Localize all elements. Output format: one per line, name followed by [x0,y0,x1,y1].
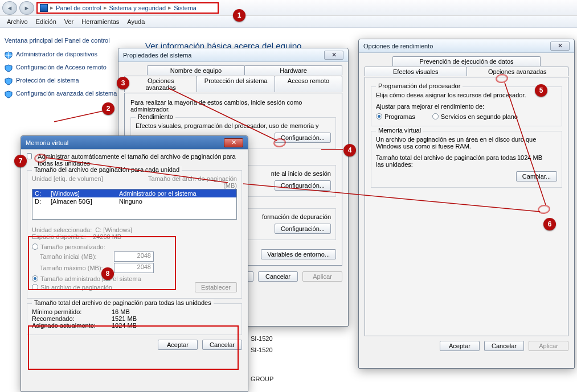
cell: Ninguno [119,198,234,205]
shield-icon [5,90,13,98]
sched-desc: Elija cómo desea asignar los recursos de… [376,92,557,98]
menu-help[interactable]: Ayuda [127,18,145,25]
sched-adjust-label: Ajustar para mejorar el rendimiento de: [376,103,557,110]
sidebar-item-device-manager[interactable]: Administrador de dispositivos [5,51,118,59]
ok-button[interactable]: Aceptar [440,341,480,351]
breadcrumb-item[interactable]: Sistema [174,5,197,11]
profiles-settings-button[interactable]: Configuración... [275,180,331,191]
close-icon[interactable]: ✕ [324,51,343,60]
cell: Administrado por el sistema [119,190,234,197]
env-vars-button[interactable]: Variables de entorno... [261,249,336,259]
startup-settings-button[interactable]: Configuración... [275,224,331,234]
menu-view[interactable]: Ver [64,18,74,25]
menu-edit[interactable]: Edición [36,18,56,25]
selected-drive-label: Unidad seleccionada: [32,226,92,233]
drive-row-d[interactable]: D: [Almacen 50G] Ninguno [32,197,236,205]
dialog-titlebar[interactable]: Opciones de rendimiento ✕ [359,39,574,53]
radio-system-managed[interactable]: Tamaño administrado por el sistema [32,275,237,282]
advanced-intro: Para realizar la mayoría de estos cambio… [130,99,336,113]
radio-no-paging-file[interactable]: Sin archivo de paginación [32,284,195,291]
checkbox-label: Administrar automáticamente el tamaño de… [38,153,242,167]
tab-hardware[interactable]: Hardware [244,65,342,75]
tab-visual-effects[interactable]: Efectos visuales [365,67,467,76]
group-legend: Programación del procesador [376,82,463,89]
dialog-titlebar[interactable]: Propiedades del sistema ✕ [118,48,348,62]
cell: D: [35,198,51,205]
menubar: Archivo Edición Ver Herramientas Ayuda [0,16,577,28]
annotation-badge-6: 6 [543,218,556,230]
dialog-virtual-memory: Memoria virtual ✕ Administrar automática… [21,135,248,392]
min-label: Mínimo permitido: [32,308,112,315]
rear-text: SI-1520 [251,335,273,342]
rear-text: SI-1520 [251,346,273,353]
radio-background-services[interactable]: Servicios en segundo plano [432,113,518,120]
annotation-badge-7: 7 [14,155,27,167]
menu-tools[interactable]: Herramientas [81,18,119,25]
group-processor-scheduling: Programación del procesador Elija cómo d… [371,86,562,126]
breadcrumb-item[interactable]: Panel de control [56,5,101,11]
apply-button[interactable]: Aplicar [529,341,568,351]
cur-value: 1024 MB [112,322,137,329]
dialog-title: Memoria virtual [26,139,68,146]
tab-system-protection[interactable]: Protección del sistema [197,76,275,92]
performance-desc: Efectos visuales, programación del proce… [136,122,331,129]
sidebar-home-link[interactable]: Ventana principal del Panel de control [5,37,118,45]
forward-button[interactable]: ► [19,1,34,15]
ok-button[interactable]: Aceptar [158,340,198,350]
drive-list[interactable]: C: [Windows] Administrado por el sistema… [32,189,237,220]
tab-advanced[interactable]: Opciones avanzadas [466,67,569,76]
set-button[interactable]: Establecer [195,282,237,292]
radio-label: Tamaño administrado por el sistema [40,275,141,282]
group-totals: Tamaño total del archivo de paginación p… [27,303,242,335]
radio-label: Tamaño personalizado: [40,244,105,250]
radio-programs[interactable]: Programas [376,113,415,120]
annotation-badge-3: 3 [117,77,129,89]
free-space-label: Espacio disponible: [32,233,86,240]
col-header-size: Tamaño del arch. de paginación (MB) [144,175,237,189]
sidebar-item-label: Administrador de dispositivos [16,51,97,57]
tab-pane-perf-advanced: Programación del procesador Elija cómo d… [365,77,568,336]
dialog-titlebar[interactable]: Memoria virtual ✕ [21,136,248,150]
tab-remote-access[interactable]: Acceso remoto [275,76,342,92]
breadcrumb[interactable]: ▸ Panel de control ▸ Sistema y seguridad… [36,2,219,14]
max-size-input[interactable]: 2048 [114,263,154,273]
radio-label: Servicios en segundo plano [441,113,518,120]
breadcrumb-item[interactable]: Sistema y seguridad [109,5,166,11]
back-button[interactable]: ◄ [2,1,17,15]
vm-total-value: 1024 MB [517,154,557,168]
dialog-title: Opciones de rendimiento [363,43,433,49]
change-button[interactable]: Cambiar... [516,171,557,181]
cancel-button[interactable]: Cancelar [258,271,298,282]
close-icon[interactable]: ✕ [224,138,243,147]
sidebar-item-label: Protección del sistema [16,77,79,84]
radio-custom-size[interactable]: Tamaño personalizado: [32,244,237,250]
menu-file[interactable]: Archivo [7,18,28,25]
shield-icon [5,51,13,59]
tab-dep[interactable]: Prevención de ejecución de datos [392,56,541,66]
tabs-row: Prevención de ejecución de datos [365,56,568,66]
cur-label: Asignado actualmente: [32,322,112,329]
min-value: 16 MB [112,308,130,315]
vm-total-label: Tamaño total del archivo de paginación p… [376,154,517,168]
tab-advanced-options[interactable]: Opciones avanzadas [124,76,197,92]
shield-icon [5,77,13,85]
initial-size-input[interactable]: 2048 [114,251,154,262]
annotation-badge-2: 2 [102,102,114,115]
sidebar-item-system-protection[interactable]: Protección del sistema [5,77,118,85]
tab-computer-name[interactable]: Nombre de equipo [147,65,245,75]
sidebar-item-remote-access[interactable]: Configuración de Acceso remoto [5,64,118,72]
cell: [Almacen 50G] [51,198,119,205]
cancel-button[interactable]: Cancelar [484,341,524,351]
sidebar-item-advanced-settings[interactable]: Configuración avanzada del sistema [5,90,118,98]
auto-manage-checkbox[interactable]: Administrar automáticamente el tamaño de… [27,153,242,167]
apply-button[interactable]: Aplicar [302,271,342,282]
sidebar: Ventana principal del Panel de control A… [0,31,122,109]
selected-drive-value: C: [Windows] [95,226,132,233]
cancel-button[interactable]: Cancelar [202,340,242,350]
close-icon[interactable]: ✕ [550,42,570,51]
rec-label: Recomendado: [32,315,112,322]
free-space-value: 24260 MB [93,233,121,240]
chevron-right-icon: ▸ [50,4,54,11]
drive-row-c[interactable]: C: [Windows] Administrado por el sistema [32,189,236,197]
rec-value: 1521 MB [112,315,137,322]
